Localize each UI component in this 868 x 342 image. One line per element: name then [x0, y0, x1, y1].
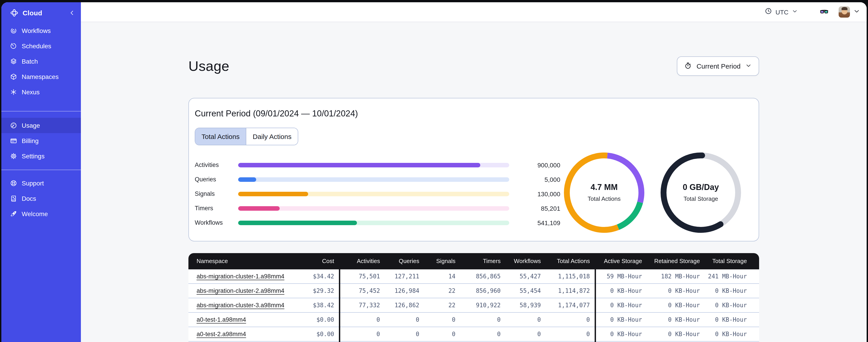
cell-cost: $0.00: [293, 312, 339, 327]
cell-total_actions: 0: [546, 327, 595, 341]
topbar: UTC: [81, 2, 867, 22]
cell-signals: 0: [424, 341, 460, 342]
donut-total-storage: 0 GB/DayTotal Storage: [660, 152, 741, 233]
sidebar-item-label: Docs: [22, 195, 36, 202]
bar-row-activities: Activities900,000: [195, 161, 560, 166]
period-selector-button[interactable]: Current Period: [677, 57, 759, 76]
timezone-label: UTC: [775, 8, 788, 15]
cell-activities: 0: [339, 312, 384, 327]
sidebar-item-welcome[interactable]: Welcome: [1, 206, 81, 221]
sidebar-item-usage[interactable]: Usage: [1, 118, 81, 133]
cell-activities: 0: [339, 341, 384, 342]
table-header-row: NamespaceCostActivitiesQueriesSignalsTim…: [188, 253, 759, 269]
cell-activities: 75,452: [339, 283, 384, 298]
column-header-queries: Queries: [384, 253, 424, 269]
donut-label: Total Storage: [683, 195, 718, 202]
cell-retained_storage: 0 KB-Hour: [647, 283, 705, 298]
cell-queries: 127,211: [384, 269, 424, 283]
cell-total_storage: 0 KB-Hour: [705, 312, 759, 327]
card-title: Current Period (09/01/2024 — 10/01/2024): [195, 108, 753, 119]
cell-active_storage: 0 KB-Hour: [595, 298, 647, 312]
sidebar-collapse-button[interactable]: [69, 9, 75, 16]
stopwatch-icon: [684, 62, 692, 71]
cell-workflows: 1: [505, 341, 546, 342]
cell-retained_storage: 182 MB-Hour: [647, 269, 705, 283]
cell-workflows: 0: [505, 312, 546, 327]
cell-namespace: abs-migration-cluster-2.a98mm4: [188, 283, 293, 298]
table-row: abs-migration-cluster-3.a98mm4$38.4277,3…: [188, 298, 759, 312]
docs-book-icon: [10, 195, 17, 202]
bar-track: [238, 163, 509, 167]
bar-track: [238, 192, 509, 196]
cell-namespace: a0-test-2.a98mm4: [188, 327, 293, 341]
timezone-selector[interactable]: UTC: [765, 7, 798, 17]
bar-label: Timers: [195, 205, 238, 212]
namespace-link[interactable]: abs-migration-cluster-3.a98mm4: [196, 302, 284, 308]
bar-track: [238, 206, 509, 210]
namespace-link[interactable]: a0-test-1.a98mm4: [196, 316, 246, 323]
bar-track: [238, 177, 509, 181]
temporal-logo-icon: [10, 8, 19, 17]
tab-total-actions[interactable]: Total Actions: [195, 128, 246, 145]
sidebar-item-schedules[interactable]: Schedules: [1, 38, 81, 54]
main-area: UTC Usage: [81, 2, 867, 342]
sidebar-item-label: Workflows: [22, 27, 51, 34]
namespace-link[interactable]: abs-migration-cluster-2.a98mm4: [196, 287, 284, 294]
cell-retained_storage: 0 KB-Hour: [647, 312, 705, 327]
cell-retained_storage: 0 KB-Hour: [647, 327, 705, 341]
sidebar-item-label: Schedules: [22, 42, 51, 49]
cell-active_storage: 0 KB-Hour: [595, 283, 647, 298]
sidebar-item-nexus[interactable]: Nexus: [1, 84, 81, 100]
cell-total_actions: 1,174,077: [546, 298, 595, 312]
sidebar-item-label: Nexus: [22, 89, 39, 96]
chevron-down-icon: [792, 8, 798, 16]
cell-signals: 22: [424, 283, 460, 298]
namespace-usage-table-wrap: NamespaceCostActivitiesQueriesSignalsTim…: [188, 253, 759, 342]
bar-fill: [238, 163, 480, 167]
namespace-usage-table: NamespaceCostActivitiesQueriesSignalsTim…: [188, 253, 759, 342]
welcome-rocket-icon: [10, 210, 17, 217]
table-row: abs-migration-cluster-2.a98mm4$29.3275,4…: [188, 283, 759, 298]
glasses-button[interactable]: [819, 6, 830, 18]
sidebar-item-support[interactable]: Support: [1, 175, 81, 191]
cell-active_storage: 59 MB-Hour: [595, 269, 647, 283]
support-ring-icon: [10, 179, 17, 187]
donut-value: 0 GB/Day: [683, 183, 719, 192]
namespace-link[interactable]: abs-migration-cluster-1.a98mm4: [196, 273, 284, 279]
cell-activities: 0: [339, 327, 384, 341]
cell-timers: 856,865: [460, 269, 505, 283]
sidebar-item-workflows[interactable]: Workflows: [1, 23, 81, 38]
actions-bar-chart: Activities900,000Queries5,000Signals130,…: [195, 161, 560, 224]
cell-namespace: bk-worker-test.a98mm4: [188, 341, 293, 342]
content-scroll-area[interactable]: Usage Current Period Current Period (09/…: [81, 22, 867, 342]
app-stage: Cloud WorkflowsSchedulesBatchNamespacesN…: [0, 0, 868, 342]
sidebar-item-namespaces[interactable]: Namespaces: [1, 69, 81, 84]
workflows-icon: [10, 27, 17, 34]
cell-total_actions: 1,115,018: [546, 269, 595, 283]
cell-signals: 0: [424, 327, 460, 341]
usage-summary-card: Current Period (09/01/2024 — 10/01/2024)…: [188, 98, 759, 241]
cell-workflows: 55,454: [505, 283, 546, 298]
bar-label: Workflows: [195, 219, 238, 226]
table-row: bk-worker-test.a98mm4$0.000000110 KB-Hou…: [188, 341, 759, 342]
cell-timers: 856,960: [460, 283, 505, 298]
cell-total_actions: 0: [546, 312, 595, 327]
sidebar-title: Cloud: [23, 9, 42, 16]
tab-daily-actions[interactable]: Daily Actions: [246, 128, 298, 145]
namespace-link[interactable]: a0-test-2.a98mm4: [196, 331, 246, 337]
user-avatar[interactable]: [839, 6, 850, 18]
batch-icon: [10, 58, 17, 65]
sidebar-item-settings[interactable]: Settings: [1, 148, 81, 164]
bar-row-timers: Timers85,201: [195, 205, 560, 209]
cell-total_storage: 0 KB-Hour: [705, 327, 759, 341]
user-menu-button[interactable]: [853, 7, 860, 16]
cell-queries: 126,984: [384, 283, 424, 298]
chart-area: Activities900,000Queries5,000Signals130,…: [195, 161, 753, 233]
sidebar-item-docs[interactable]: Docs: [1, 191, 81, 206]
cell-activities: 77,332: [339, 298, 384, 312]
column-header-total_actions: Total Actions: [546, 253, 595, 269]
period-button-label: Current Period: [696, 63, 741, 70]
sidebar-item-batch[interactable]: Batch: [1, 54, 81, 69]
sidebar-item-billing[interactable]: Billing: [1, 133, 81, 148]
cell-cost: $34.42: [293, 269, 339, 283]
